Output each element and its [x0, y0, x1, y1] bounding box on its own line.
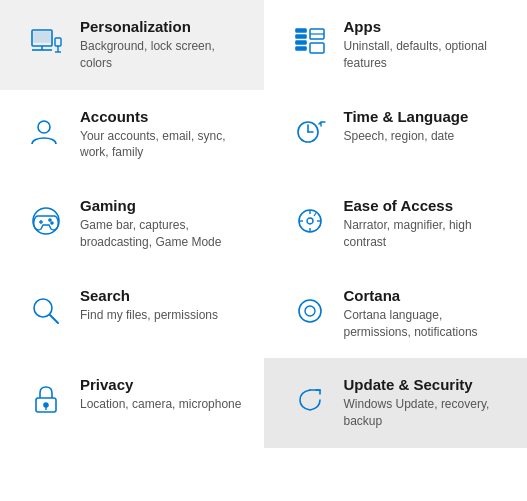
- svg-line-28: [314, 213, 316, 216]
- settings-item-update-security[interactable]: Update & Security Windows Update, recove…: [264, 358, 528, 448]
- item-title-search: Search: [80, 287, 218, 304]
- svg-point-34: [44, 403, 48, 407]
- personalization-icon: [24, 20, 68, 64]
- item-title-update-security: Update & Security: [344, 376, 508, 393]
- settings-item-gaming[interactable]: Gaming Game bar, captures, broadcasting,…: [0, 179, 264, 269]
- item-desc-gaming: Game bar, captures, broadcasting, Game M…: [80, 217, 244, 251]
- svg-line-30: [50, 315, 58, 323]
- privacy-icon: [24, 378, 68, 422]
- search-icon: [24, 289, 68, 333]
- item-desc-ease-of-access: Narrator, magnifier, high contrast: [344, 217, 508, 251]
- item-title-cortana: Cortana: [344, 287, 508, 304]
- item-desc-update-security: Windows Update, recovery, backup: [344, 396, 508, 430]
- item-desc-privacy: Location, camera, microphone: [80, 396, 241, 413]
- svg-point-23: [307, 218, 313, 224]
- item-text-apps: Apps Uninstall, defaults, optional featu…: [344, 18, 508, 72]
- item-text-gaming: Gaming Game bar, captures, broadcasting,…: [80, 197, 244, 251]
- item-text-ease-of-access: Ease of Access Narrator, magnifier, high…: [344, 197, 508, 251]
- svg-rect-6: [296, 29, 306, 32]
- item-text-cortana: Cortana Cortana language, permissions, n…: [344, 287, 508, 341]
- svg-point-32: [305, 306, 315, 316]
- update-icon: [288, 378, 332, 422]
- item-text-privacy: Privacy Location, camera, microphone: [80, 376, 241, 413]
- item-title-time-language: Time & Language: [344, 108, 469, 125]
- settings-item-search[interactable]: Search Find my files, permissions: [0, 269, 264, 359]
- cortana-icon: [288, 289, 332, 333]
- settings-item-personalization[interactable]: Personalization Background, lock screen,…: [0, 0, 264, 90]
- accounts-icon: [24, 110, 68, 154]
- svg-rect-1: [34, 32, 50, 42]
- item-text-search: Search Find my files, permissions: [80, 287, 218, 324]
- settings-item-time-language[interactable]: Time & Language Speech, region, date: [264, 90, 528, 180]
- item-text-personalization: Personalization Background, lock screen,…: [80, 18, 244, 72]
- time-icon: [288, 110, 332, 154]
- item-text-time-language: Time & Language Speech, region, date: [344, 108, 469, 145]
- item-desc-apps: Uninstall, defaults, optional features: [344, 38, 508, 72]
- settings-item-cortana[interactable]: Cortana Cortana language, permissions, n…: [264, 269, 528, 359]
- item-desc-personalization: Background, lock screen, colors: [80, 38, 244, 72]
- settings-item-ease-of-access[interactable]: Ease of Access Narrator, magnifier, high…: [264, 179, 528, 269]
- item-title-apps: Apps: [344, 18, 508, 35]
- gaming-icon: [24, 199, 68, 243]
- svg-rect-9: [296, 47, 306, 50]
- svg-rect-7: [296, 35, 306, 38]
- apps-icon: [288, 20, 332, 64]
- settings-grid: Personalization Background, lock screen,…: [0, 0, 527, 448]
- svg-point-31: [299, 300, 321, 322]
- item-title-personalization: Personalization: [80, 18, 244, 35]
- item-title-gaming: Gaming: [80, 197, 244, 214]
- svg-rect-8: [296, 41, 306, 44]
- item-text-accounts: Accounts Your accounts, email, sync, wor…: [80, 108, 244, 162]
- item-desc-search: Find my files, permissions: [80, 307, 218, 324]
- item-desc-cortana: Cortana language, permissions, notificat…: [344, 307, 508, 341]
- svg-point-13: [38, 121, 50, 133]
- item-text-update-security: Update & Security Windows Update, recove…: [344, 376, 508, 430]
- svg-rect-4: [55, 38, 61, 46]
- settings-item-apps[interactable]: Apps Uninstall, defaults, optional featu…: [264, 0, 528, 90]
- item-title-privacy: Privacy: [80, 376, 241, 393]
- item-title-accounts: Accounts: [80, 108, 244, 125]
- settings-item-privacy[interactable]: Privacy Location, camera, microphone: [0, 358, 264, 448]
- item-desc-accounts: Your accounts, email, sync, work, family: [80, 128, 244, 162]
- svg-point-21: [51, 222, 53, 224]
- ease-icon: [288, 199, 332, 243]
- settings-item-accounts[interactable]: Accounts Your accounts, email, sync, wor…: [0, 90, 264, 180]
- svg-point-20: [49, 219, 51, 221]
- svg-rect-11: [310, 43, 324, 53]
- item-desc-time-language: Speech, region, date: [344, 128, 469, 145]
- item-title-ease-of-access: Ease of Access: [344, 197, 508, 214]
